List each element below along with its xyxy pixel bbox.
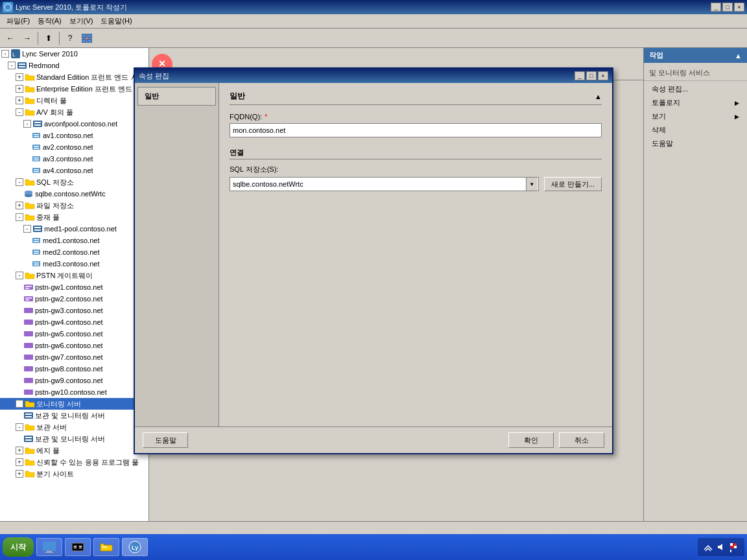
expand-redmond[interactable]: - (8, 62, 16, 69)
modal-close[interactable]: × (598, 71, 608, 80)
tree-med2[interactable]: med2.contoso.net (0, 246, 148, 258)
tree-med1pool[interactable]: - med1-pool.contoso.net (0, 223, 148, 235)
taskbar-item-2[interactable] (65, 538, 91, 556)
close-button[interactable]: × (734, 3, 744, 12)
folder-icon-2 (25, 84, 35, 94)
sql-select[interactable]: sqlbe.contoso.netWrtc (230, 177, 539, 191)
tree-avconfpool[interactable]: - avconfpool.contoso.net (0, 118, 148, 130)
expand-trusted[interactable]: + (16, 458, 23, 466)
expand-avconf[interactable]: - (23, 120, 31, 128)
expand-arch[interactable]: - (16, 423, 23, 431)
taskbar-item-3[interactable] (93, 538, 119, 556)
taskbar-item-4[interactable]: Ly (122, 538, 148, 556)
tree-pstn-gw1[interactable]: pstn-gw1.contoso.net (0, 281, 148, 293)
action-properties[interactable]: 속성 편집... (644, 82, 747, 96)
tree-standard-edition[interactable]: + Standard Edition 프런트 엔드 서버 (0, 71, 148, 83)
server-med-icon (32, 224, 43, 234)
minimize-button[interactable]: _ (711, 3, 721, 12)
sql-select-wrapper: sqlbe.contoso.netWrtc ▼ (230, 177, 539, 191)
svg-text:Ly: Ly (132, 544, 138, 551)
tree-trusted-label: 신뢰할 수 있는 응용 프로그램 풀 (36, 458, 139, 467)
maximize-button[interactable]: □ (722, 3, 733, 12)
help-button[interactable]: ? (62, 30, 78, 46)
tree-pstn-gw9[interactable]: pstn-gw9.contoso.net (0, 375, 148, 386)
expand-edge[interactable]: + (16, 447, 23, 454)
tree-med-pool[interactable]: - 중재 풀 (0, 211, 148, 223)
svg-rect-31 (32, 238, 40, 243)
action-delete[interactable]: 삭제 (644, 123, 747, 137)
help-footer-button[interactable]: 도움말 (143, 432, 188, 448)
tree-pstn-gw5[interactable]: pstn-gw5.contoso.net (0, 328, 148, 340)
ok-button[interactable]: 확인 (508, 432, 554, 448)
connection-label: 연결 (230, 148, 602, 159)
action-help[interactable]: 도움말 (644, 137, 747, 150)
start-button[interactable]: 시작 (3, 537, 34, 557)
forward-button[interactable]: → (19, 30, 35, 46)
tree-pstn-gw3[interactable]: pstn-gw3.contoso.net (0, 305, 148, 316)
collapse-icon[interactable]: ▲ (735, 52, 742, 60)
window-controls[interactable]: _ □ × (711, 3, 744, 12)
svg-rect-30 (34, 229, 41, 231)
modal-tab-general[interactable]: 일반 (137, 87, 216, 106)
menu-action[interactable]: 동작(A) (34, 15, 65, 27)
tree-pstn-gw4[interactable]: pstn-gw4.contoso.net (0, 316, 148, 328)
view-button[interactable] (79, 30, 95, 46)
tree-sql[interactable]: - SQL 저장소 (0, 176, 148, 188)
tree-pstn-gw2[interactable]: pstn-gw2.contoso.net (0, 293, 148, 305)
cancel-button[interactable]: 취소 (559, 432, 604, 448)
collapse-section-icon[interactable]: ▲ (595, 93, 602, 100)
tree-director-pool[interactable]: + 디렉터 풀 (0, 95, 148, 106)
expand-mon[interactable]: - (16, 400, 23, 408)
tree-redmond[interactable]: - Redmond (0, 60, 148, 71)
expand-sql[interactable]: - (16, 178, 23, 186)
menu-help[interactable]: 도움말(H) (97, 15, 136, 27)
modal-controls[interactable]: _ □ × (575, 71, 608, 80)
up-button[interactable]: ⬆ (41, 30, 56, 46)
expand-av[interactable]: - (16, 108, 23, 116)
expand-ent[interactable]: + (16, 85, 23, 93)
new-button[interactable]: 새로 만들기... (544, 177, 602, 191)
back-button[interactable]: ← (3, 30, 18, 46)
expand-std[interactable]: + (16, 73, 23, 81)
modal-maximize[interactable]: □ (586, 71, 597, 80)
expand-dir[interactable]: + (16, 97, 23, 104)
tree-arch-node[interactable]: 보관 및 모니터링 서버 (0, 433, 148, 445)
tree-pstn-gw6[interactable]: pstn-gw6.contoso.net (0, 340, 148, 351)
modal-minimize[interactable]: _ (575, 71, 585, 80)
tree-sqlbe[interactable]: sqlbe.contoso.netWrtc (0, 188, 148, 200)
expand-branch[interactable]: + (16, 470, 23, 478)
expand-med[interactable]: - (16, 213, 23, 221)
tree-root[interactable]: - L Lync Server 2010 (0, 48, 148, 60)
tree-mon-node[interactable]: 보관 및 모니터링 서버 (0, 410, 148, 421)
tree-archive[interactable]: - 보관 서버 (0, 421, 148, 433)
tree-file-storage[interactable]: + 파일 저장소 (0, 200, 148, 211)
expand-file[interactable]: + (16, 202, 23, 209)
taskbar-item-1[interactable] (36, 538, 62, 556)
tree-pstn-gw7[interactable]: pstn-gw7.contoso.net (0, 351, 148, 363)
expand-med1[interactable]: - (23, 225, 31, 233)
expand-root[interactable]: - (1, 50, 9, 58)
action-topology[interactable]: 토폴로지 ▶ (644, 96, 747, 110)
tree-edge[interactable]: + 에지 풀 (0, 445, 148, 456)
tree-av4[interactable]: av4.contoso.net (0, 165, 148, 176)
tree-av2[interactable]: av2.contoso.net (0, 141, 148, 153)
tree-monitoring[interactable]: - 모니터링 서버 (0, 398, 148, 410)
tree-av3[interactable]: av3.contoso.net (0, 153, 148, 165)
tree-av1[interactable]: av1.contoso.net (0, 130, 148, 141)
expand-pstn[interactable]: - (16, 272, 23, 279)
menu-bar: 파일(F) 동작(A) 보기(V) 도움말(H) (0, 14, 747, 29)
tree-enterprise-edition[interactable]: + Enterprise Edition 프런트 엔드 풀 (0, 83, 148, 95)
fqdn-input[interactable] (230, 123, 602, 137)
action-view[interactable]: 보기 ▶ (644, 110, 747, 123)
tree-av-pool[interactable]: - A/V 회의 풀 (0, 106, 148, 118)
tree-med3[interactable]: med3.contoso.net (0, 258, 148, 270)
tree-med1[interactable]: med1.contoso.net (0, 235, 148, 246)
tree-branch[interactable]: + 분기 사이트 (0, 468, 148, 480)
menu-view[interactable]: 보기(V) (65, 15, 97, 27)
toolbar-separator2 (59, 32, 60, 45)
tree-pstn[interactable]: - PSTN 게이트웨이 (0, 270, 148, 281)
menu-file[interactable]: 파일(F) (3, 15, 34, 27)
tree-pstn-gw8[interactable]: pstn-gw8.contoso.net (0, 363, 148, 375)
tree-trusted[interactable]: + 신뢰할 수 있는 응용 프로그램 풀 (0, 456, 148, 468)
tree-pstn-gw10[interactable]: pstn-gw10.contoso.net (0, 386, 148, 398)
